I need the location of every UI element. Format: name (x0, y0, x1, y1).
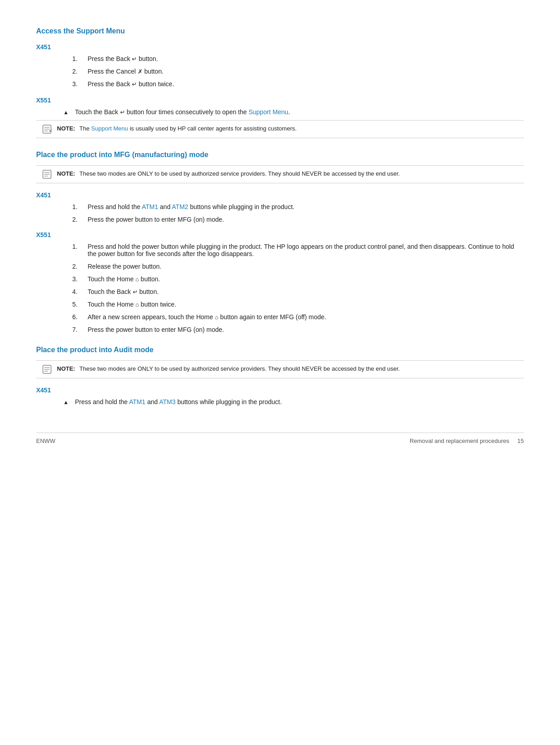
label-x551-support: X551 (36, 97, 524, 104)
heading-access-support-menu: Access the Support Menu (36, 27, 524, 35)
step-item: 3. Press the Back ↵ button twice. (72, 80, 524, 88)
steps-x551-support: ▲ Touch the Back ↵ button four times con… (63, 108, 524, 116)
note-text-audit-top: NOTE: These two modes are ONLY to be use… (57, 364, 400, 373)
note-text-mfg-top: NOTE: These two modes are ONLY to be use… (57, 169, 400, 178)
step-item: 1. Press and hold the ATM1 and ATM2 butt… (72, 203, 524, 210)
label-x451-support: X451 (36, 43, 524, 51)
support-menu-link-1[interactable]: Support Menu (248, 108, 288, 116)
step-item: 2. Press the Cancel ✗ button. (72, 68, 524, 75)
footer-left: ENWW (36, 438, 56, 444)
note-icon-3 (41, 364, 53, 374)
atm1-link-1[interactable]: ATM1 (142, 203, 158, 210)
back-icon-4: ↵ (133, 289, 138, 295)
note-x551-support: NOTE: The Support Menu is usually used b… (36, 120, 524, 138)
step-item: 4. Touch the Back ↵ button. (72, 288, 524, 295)
subsection-x551-mfg: X551 1. Press and hold the power button … (36, 231, 524, 333)
back-icon-3: ↵ (120, 109, 125, 116)
step-item: 7. Press the power button to enter MFG (… (72, 326, 524, 333)
section-access-support-menu: Access the Support Menu X451 1. Press th… (36, 27, 524, 138)
atm2-link-1[interactable]: ATM2 (172, 203, 188, 210)
step-item: 2. Release the power button. (72, 263, 524, 270)
support-menu-link-2[interactable]: Support Menu (91, 125, 128, 132)
subsection-x451-mfg: X451 1. Press and hold the ATM1 and ATM2… (36, 191, 524, 223)
atm3-link-1[interactable]: ATM3 (159, 398, 175, 405)
note-text-1: NOTE: The Support Menu is usually used b… (57, 124, 297, 133)
note-icon-2 (41, 169, 53, 179)
steps-x451-support: 1. Press the Back ↵ button. 2. Press the… (72, 55, 524, 88)
note-icon-1 (41, 124, 53, 134)
cancel-icon: ✗ (138, 68, 143, 75)
atm1-link-2[interactable]: ATM1 (129, 398, 145, 405)
home-icon-3: ⌂ (215, 314, 219, 321)
home-icon-1: ⌂ (135, 276, 139, 283)
step-item: 5. Touch the Home ⌂ button twice. (72, 301, 524, 308)
bullet-item: ▲ Press and hold the ATM1 and ATM3 butto… (63, 398, 524, 405)
home-icon-2: ⌂ (135, 301, 139, 308)
page-footer: ENWW Removal and replacement procedures … (36, 433, 524, 444)
label-x451-audit: X451 (36, 386, 524, 394)
step-item: 6. After a new screen appears, touch the… (72, 313, 524, 321)
step-item: 1. Press and hold the power button while… (72, 243, 524, 257)
label-x551-mfg: X551 (36, 231, 524, 238)
label-x451-mfg: X451 (36, 191, 524, 199)
back-icon: ↵ (132, 56, 137, 62)
step-item: 2. Press the power button to enter MFG (… (72, 216, 524, 223)
step-item: 1. Press the Back ↵ button. (72, 55, 524, 62)
steps-x451-mfg: 1. Press and hold the ATM1 and ATM2 butt… (72, 203, 524, 223)
heading-mfg-mode: Place the product into MFG (manufacturin… (36, 151, 524, 159)
steps-x451-audit: ▲ Press and hold the ATM1 and ATM3 butto… (63, 398, 524, 405)
triangle-icon: ▲ (63, 109, 69, 116)
steps-x551-mfg: 1. Press and hold the power button while… (72, 243, 524, 333)
footer-right: Removal and replacement procedures 15 (410, 438, 524, 444)
note-mfg-top: NOTE: These two modes are ONLY to be use… (36, 165, 524, 183)
heading-audit-mode: Place the product into Audit mode (36, 346, 524, 354)
subsection-x451-audit: X451 ▲ Press and hold the ATM1 and ATM3 … (36, 386, 524, 405)
triangle-icon-2: ▲ (63, 399, 69, 405)
section-audit-mode: Place the product into Audit mode NOTE: … (36, 346, 524, 405)
subsection-x451-support: X451 1. Press the Back ↵ button. 2. Pres… (36, 43, 524, 88)
bullet-item: ▲ Touch the Back ↵ button four times con… (63, 108, 524, 116)
step-item: 3. Touch the Home ⌂ button. (72, 275, 524, 283)
subsection-x551-support: X551 ▲ Touch the Back ↵ button four time… (36, 97, 524, 138)
section-mfg-mode: Place the product into MFG (manufacturin… (36, 151, 524, 333)
note-audit-top: NOTE: These two modes are ONLY to be use… (36, 360, 524, 378)
back-icon-2: ↵ (132, 81, 137, 88)
